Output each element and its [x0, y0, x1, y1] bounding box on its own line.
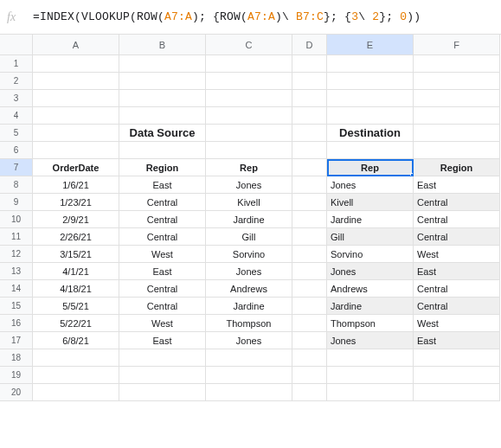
- row-header-13[interactable]: 13: [0, 263, 33, 280]
- source-region[interactable]: Central: [119, 298, 206, 315]
- source-region[interactable]: Central: [119, 211, 206, 228]
- row-header-2[interactable]: 2: [0, 73, 33, 90]
- row-header-12[interactable]: 12: [0, 246, 33, 263]
- cell-F3[interactable]: [414, 90, 500, 107]
- dest-rep[interactable]: Kivell: [327, 194, 414, 211]
- cell-B3[interactable]: [119, 90, 206, 107]
- cell-C5[interactable]: [206, 125, 292, 142]
- dest-rep[interactable]: Jones: [327, 263, 414, 280]
- cell-E2[interactable]: [327, 73, 414, 90]
- dest-region[interactable]: East: [414, 332, 500, 349]
- row-header-8[interactable]: 8: [0, 176, 33, 194]
- formula-input[interactable]: =INDEX(VLOOKUP(ROW(A7:A); {ROW(A7:A)\ B7…: [28, 10, 421, 23]
- dest-rep[interactable]: Gill: [327, 228, 414, 246]
- cell-C18[interactable]: [206, 349, 292, 367]
- cell-D20[interactable]: [292, 384, 327, 401]
- cell-D2[interactable]: [292, 73, 327, 90]
- destination-title[interactable]: Destination: [327, 125, 414, 142]
- cell-D13[interactable]: [292, 263, 327, 280]
- dest-rep[interactable]: Jardine: [327, 211, 414, 228]
- source-region[interactable]: East: [119, 176, 206, 194]
- source-orderdate[interactable]: 1/23/21: [33, 194, 119, 211]
- source-rep[interactable]: Gill: [206, 228, 292, 246]
- source-region[interactable]: West: [119, 315, 206, 332]
- source-header-region[interactable]: Region: [119, 159, 206, 176]
- dest-rep[interactable]: Sorvino: [327, 246, 414, 263]
- fx-icon[interactable]: fx: [7, 10, 28, 24]
- cell-A20[interactable]: [33, 384, 119, 401]
- data-source-title[interactable]: Data Source: [119, 125, 206, 142]
- formula-bar[interactable]: fx =INDEX(VLOOKUP(ROW(A7:A); {ROW(A7:A)\…: [0, 0, 501, 35]
- dest-rep[interactable]: Jardine: [327, 298, 414, 315]
- cell-C1[interactable]: [206, 55, 292, 73]
- dest-rep[interactable]: Jones: [327, 332, 414, 349]
- cell-A2[interactable]: [33, 73, 119, 90]
- source-orderdate[interactable]: 5/5/21: [33, 298, 119, 315]
- cell-F18[interactable]: [414, 349, 500, 367]
- dest-rep[interactable]: Andrews: [327, 280, 414, 298]
- row-header-5[interactable]: 5: [0, 125, 33, 142]
- spreadsheet-grid[interactable]: 1234567891011121314151617181920 ABCDEF D…: [0, 35, 501, 401]
- dest-rep[interactable]: Jones: [327, 176, 414, 194]
- selection-handle[interactable]: [410, 173, 414, 176]
- cell-F5[interactable]: [414, 125, 500, 142]
- source-orderdate[interactable]: 2/26/21: [33, 228, 119, 246]
- cell-F1[interactable]: [414, 55, 500, 73]
- cell-D5[interactable]: [292, 125, 327, 142]
- cell-D15[interactable]: [292, 298, 327, 315]
- source-rep[interactable]: Jones: [206, 176, 292, 194]
- cell-E1[interactable]: [327, 55, 414, 73]
- cell-A1[interactable]: [33, 55, 119, 73]
- row-header-10[interactable]: 10: [0, 211, 33, 228]
- source-region[interactable]: West: [119, 246, 206, 263]
- source-rep[interactable]: Thompson: [206, 315, 292, 332]
- cell-F19[interactable]: [414, 367, 500, 384]
- column-header-F[interactable]: F: [414, 35, 500, 55]
- cell-D14[interactable]: [292, 280, 327, 298]
- source-rep[interactable]: Jardine: [206, 211, 292, 228]
- dest-region[interactable]: West: [414, 246, 500, 263]
- row-header-16[interactable]: 16: [0, 315, 33, 332]
- cell-F6[interactable]: [414, 142, 500, 159]
- source-orderdate[interactable]: 1/6/21: [33, 176, 119, 194]
- source-rep[interactable]: Jardine: [206, 298, 292, 315]
- dest-region[interactable]: East: [414, 263, 500, 280]
- source-orderdate[interactable]: 3/15/21: [33, 246, 119, 263]
- source-region[interactable]: Central: [119, 280, 206, 298]
- cell-B20[interactable]: [119, 384, 206, 401]
- cell-A4[interactable]: [33, 107, 119, 125]
- cell-B1[interactable]: [119, 55, 206, 73]
- dest-region[interactable]: Central: [414, 298, 500, 315]
- row-header-4[interactable]: 4: [0, 107, 33, 125]
- source-orderdate[interactable]: 6/8/21: [33, 332, 119, 349]
- row-header-20[interactable]: 20: [0, 384, 33, 401]
- dest-region[interactable]: Central: [414, 228, 500, 246]
- dest-header-rep[interactable]: Rep: [327, 159, 414, 176]
- source-orderdate[interactable]: 4/18/21: [33, 280, 119, 298]
- cell-D4[interactable]: [292, 107, 327, 125]
- cell-A5[interactable]: [33, 125, 119, 142]
- row-header-19[interactable]: 19: [0, 367, 33, 384]
- row-header-11[interactable]: 11: [0, 228, 33, 246]
- source-region[interactable]: East: [119, 263, 206, 280]
- row-header-9[interactable]: 9: [0, 194, 33, 211]
- source-region[interactable]: East: [119, 332, 206, 349]
- row-header-17[interactable]: 17: [0, 332, 33, 349]
- source-orderdate[interactable]: 4/1/21: [33, 263, 119, 280]
- cell-D9[interactable]: [292, 194, 327, 211]
- cell-B18[interactable]: [119, 349, 206, 367]
- cell-F4[interactable]: [414, 107, 500, 125]
- row-header-18[interactable]: 18: [0, 349, 33, 367]
- column-header-B[interactable]: B: [119, 35, 206, 55]
- dest-header-region[interactable]: Region: [414, 159, 500, 176]
- cell-C4[interactable]: [206, 107, 292, 125]
- cell-E6[interactable]: [327, 142, 414, 159]
- select-all-corner[interactable]: [0, 35, 33, 55]
- cell-D1[interactable]: [292, 55, 327, 73]
- cell-B6[interactable]: [119, 142, 206, 159]
- source-rep[interactable]: Jones: [206, 332, 292, 349]
- cell-D16[interactable]: [292, 315, 327, 332]
- cell-B4[interactable]: [119, 107, 206, 125]
- cell-D6[interactable]: [292, 142, 327, 159]
- source-region[interactable]: Central: [119, 194, 206, 211]
